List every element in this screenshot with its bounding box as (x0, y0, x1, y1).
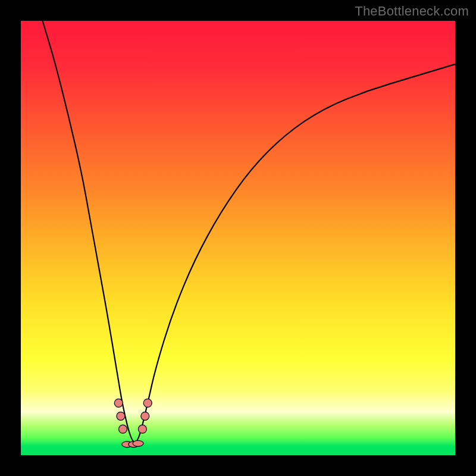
marker-dot (119, 425, 127, 433)
marker-dot (138, 425, 146, 433)
marker-dot (143, 399, 152, 407)
marker-flat (133, 440, 143, 446)
marker-dot (117, 412, 125, 420)
bottleneck-curve (43, 21, 456, 442)
marker-dot (141, 412, 149, 420)
data-markers (114, 399, 152, 447)
curve-layer (21, 21, 455, 455)
chart-frame: TheBottleneck.com (0, 0, 476, 476)
plot-area (21, 21, 455, 455)
marker-dot (114, 399, 123, 407)
watermark-text: TheBottleneck.com (355, 4, 469, 19)
